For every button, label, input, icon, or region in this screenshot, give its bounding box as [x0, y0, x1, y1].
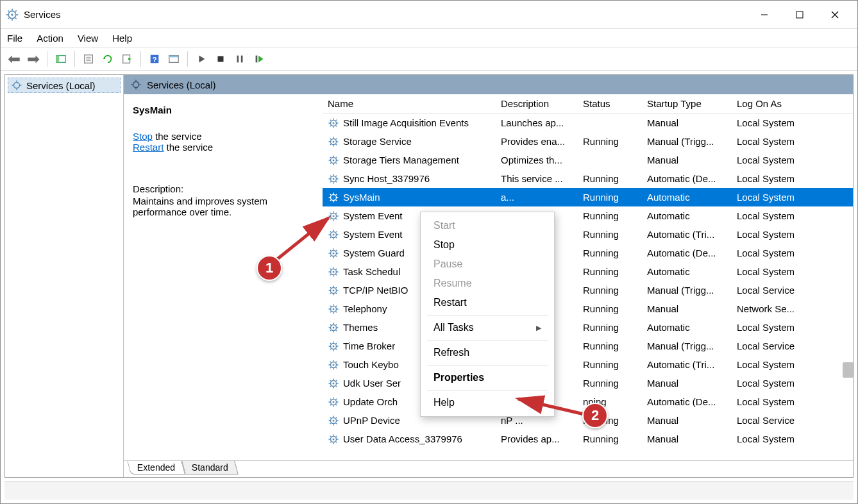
cell-status: Running — [578, 136, 642, 147]
restart-service-button[interactable] — [249, 49, 269, 69]
service-row[interactable]: Themesse...RunningAutomaticLocal System — [323, 318, 853, 337]
annotation-number-1: 1 — [257, 255, 282, 281]
service-row[interactable]: Sync Host_3379976This service ...Running… — [323, 169, 853, 188]
svg-line-50 — [330, 125, 332, 126]
menu-action[interactable]: Action — [37, 33, 63, 44]
cell-status: Running — [578, 266, 642, 277]
minimize-button[interactable] — [746, 2, 782, 28]
start-service-button[interactable] — [192, 49, 211, 69]
cell-startup: Manual — [642, 303, 732, 314]
column-log-on-as[interactable]: Log On As — [732, 98, 821, 109]
cell-startup: Manual — [642, 415, 732, 426]
service-row[interactable]: SysMaina...RunningAutomaticLocal System — [323, 188, 853, 206]
refresh-button[interactable] — [98, 49, 117, 69]
service-row[interactable]: System Guardan...RunningAutomatic (De...… — [323, 244, 853, 262]
cell-status: Running — [578, 340, 642, 351]
ctx-separator — [427, 340, 548, 340]
svg-point-9 — [11, 13, 13, 15]
svg-rect-26 — [169, 56, 178, 58]
service-row[interactable]: Time Brokeres ...RunningManual (Trigg...… — [323, 337, 853, 355]
column-startup-type[interactable]: Startup Type — [642, 98, 732, 109]
description-text: Maintains and improves system performanc… — [133, 196, 314, 217]
svg-point-202 — [333, 401, 335, 403]
menu-view[interactable]: View — [78, 33, 98, 44]
ctx-all-tasks[interactable]: All Tasks▶ — [421, 318, 554, 337]
column-name[interactable]: Name — [323, 98, 496, 109]
service-name-text: Sync Host_3379976 — [343, 173, 430, 184]
cell-description: Provides ap... — [496, 433, 578, 444]
menu-help[interactable]: Help — [112, 33, 132, 44]
cell-logon: Local Service — [732, 415, 821, 426]
column-description[interactable]: Description — [496, 98, 578, 109]
service-row[interactable]: System Eventes ...RunningAutomatic (Tri.… — [323, 225, 853, 244]
service-name-text: User Data Access_3379976 — [343, 433, 462, 444]
cell-logon: Local System — [732, 229, 821, 240]
svg-point-222 — [333, 438, 335, 440]
ctx-pause: Pause — [421, 255, 554, 274]
service-row[interactable]: System Eventsy...RunningAutomaticLocal S… — [323, 206, 853, 225]
scrollbar-thumb[interactable] — [843, 362, 854, 378]
help-button[interactable]: ? — [145, 49, 164, 69]
gear-icon — [328, 340, 339, 352]
export-button[interactable] — [117, 49, 137, 69]
cell-startup: Automatic (Tri... — [642, 359, 732, 370]
svg-line-120 — [330, 255, 332, 256]
svg-line-100 — [330, 218, 332, 219]
gear-icon — [328, 303, 339, 315]
ctx-help[interactable]: Help — [421, 393, 554, 412]
svg-rect-30 — [241, 56, 243, 63]
stop-link[interactable]: Stop — [133, 131, 153, 142]
svg-line-160 — [330, 330, 332, 331]
service-row[interactable]: User Data Access_3379976Provides ap...Ru… — [323, 430, 853, 448]
cell-startup: Manual — [642, 117, 732, 128]
svg-line-218 — [330, 435, 332, 437]
stop-service-button[interactable] — [211, 49, 230, 69]
service-row[interactable]: Task Schedulus...RunningAutomaticLocal S… — [323, 262, 853, 281]
show-hide-tree-button[interactable] — [51, 49, 71, 69]
service-row[interactable]: Telephonyel...RunningManualNetwork Se... — [323, 299, 853, 318]
properties-button[interactable] — [79, 49, 98, 69]
cell-startup: Automatic (Tri... — [642, 229, 732, 240]
cell-logon: Local System — [732, 117, 821, 128]
close-button[interactable] — [817, 2, 852, 28]
ctx-refresh[interactable]: Refresh — [421, 343, 554, 362]
service-row[interactable]: Udk User Sero...RunningManualLocal Syste… — [323, 374, 853, 392]
svg-marker-32 — [258, 56, 263, 63]
svg-line-199 — [336, 404, 337, 405]
ctx-restart[interactable]: Restart — [421, 293, 554, 312]
service-name-text: Storage Service — [343, 136, 412, 147]
maximize-button[interactable] — [782, 2, 817, 28]
pause-service-button[interactable] — [230, 49, 249, 69]
cell-startup: Manual (Trigg... — [642, 340, 732, 351]
column-status[interactable]: Status — [578, 98, 642, 109]
details-panel: SysMain Stop the service Restart the ser… — [124, 94, 323, 460]
cell-logon: Local System — [732, 192, 821, 203]
window-title: Services — [24, 9, 746, 20]
forward-button[interactable]: ➡ — [24, 49, 43, 69]
svg-rect-11 — [796, 12, 803, 18]
svg-point-52 — [333, 122, 335, 124]
svg-line-169 — [336, 348, 337, 349]
tab-extended[interactable]: Extended — [127, 461, 185, 475]
restart-link[interactable]: Restart — [133, 142, 164, 153]
service-name-text: Telephony — [343, 303, 387, 314]
service-row[interactable]: Storage Tiers ManagementOptimizes th...M… — [323, 151, 853, 169]
service-row[interactable]: Still Image Acquisition EventsLaunches a… — [323, 113, 853, 132]
svg-line-128 — [330, 268, 332, 269]
service-row[interactable]: Storage ServiceProvides ena...RunningMan… — [323, 132, 853, 151]
ctx-stop[interactable]: Stop — [421, 235, 554, 255]
back-button[interactable]: ⬅ — [4, 49, 24, 69]
service-row[interactable]: TCP/IP NetBIOup...RunningManual (Trigg..… — [323, 281, 853, 299]
ctx-properties[interactable]: Properties — [421, 368, 554, 387]
service-row[interactable]: Touch Keyboo...RunningAutomatic (Tri...L… — [323, 355, 853, 374]
tree-root-item[interactable]: Services (Local) — [8, 78, 121, 93]
svg-line-168 — [330, 342, 332, 344]
toolbar-extra-button[interactable] — [164, 49, 183, 69]
cell-logon: Local System — [732, 396, 821, 407]
service-name-text: System Event — [343, 210, 403, 221]
menu-file[interactable]: File — [7, 33, 22, 44]
tab-standard[interactable]: Standard — [181, 461, 238, 475]
toolbar: ⬅ ➡ ? — [1, 48, 857, 71]
svg-point-152 — [333, 308, 335, 310]
right-header: Services (Local) — [124, 75, 853, 94]
